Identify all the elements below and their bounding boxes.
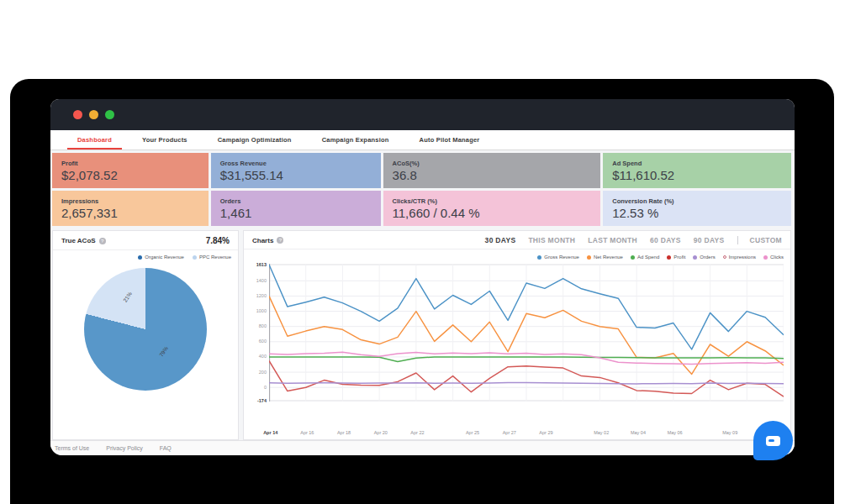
x-tick-label: Apr 16: [300, 430, 314, 435]
maximize-button[interactable]: [105, 110, 114, 119]
legend-item-profit[interactable]: Profit: [667, 255, 685, 260]
acos-pie-chart: 21% 79%: [84, 268, 207, 391]
pie-graphic[interactable]: [84, 268, 207, 391]
organic-revenue-dot-icon: [138, 255, 142, 260]
kpi-card-orders: Orders1,461: [211, 191, 381, 226]
app-window: DashboardYour ProductsCampaign Optimizat…: [50, 99, 795, 455]
ad-spend-dot-icon: [631, 255, 635, 260]
kpi-card-profit: Profit$2,078.52: [52, 153, 209, 188]
window-titlebar: [50, 99, 795, 130]
x-tick-label: May 02: [594, 430, 609, 435]
tab-campaign-expansion[interactable]: Campaign Expansion: [307, 130, 404, 150]
y-tick-label: 600: [259, 339, 267, 344]
true-acos-title: True ACoS: [61, 237, 96, 244]
help-icon[interactable]: ?: [99, 238, 106, 244]
profit-dot-icon: [667, 255, 671, 260]
true-acos-header: True ACoS ? 7.84%: [53, 231, 238, 250]
legend-label: Gross Revenue: [544, 255, 579, 260]
x-tick-label: May 09: [722, 430, 737, 435]
line-chart-svg: [269, 262, 784, 403]
kpi-value: $31,555.14: [220, 168, 372, 182]
x-tick-label: Apr 14: [263, 430, 277, 435]
help-icon[interactable]: ?: [277, 237, 283, 244]
kpi-value: 36.8: [393, 168, 592, 182]
kpi-card-gross-revenue: Gross Revenue$31,555.14: [211, 153, 381, 188]
kpi-card-grid: Profit$2,078.52Gross Revenue$31,555.14AC…: [52, 153, 791, 226]
net-revenue-dot-icon: [587, 255, 591, 260]
footer-link-faq[interactable]: FAQ: [160, 445, 172, 451]
close-button[interactable]: [73, 110, 82, 119]
x-tick-label: Apr 18: [337, 430, 351, 435]
footer-link-terms-of-use[interactable]: Terms of Use: [55, 445, 89, 451]
gross-revenue-dot-icon: [537, 255, 541, 260]
legend-label: PPC Revenue: [199, 255, 231, 260]
kpi-value: 1,461: [220, 206, 372, 220]
chat-bubble-icon: [766, 436, 780, 446]
legend-item-gross-revenue[interactable]: Gross Revenue: [537, 255, 579, 260]
range-custom[interactable]: CUSTOM: [737, 236, 782, 244]
tab-auto-pilot-manager[interactable]: Auto Pilot Manager: [404, 130, 495, 150]
line-chart-legend: Gross RevenueNet RevenueAd SpendProfitOr…: [247, 252, 784, 262]
pie-legend: Organic RevenuePPC Revenue: [53, 250, 238, 261]
x-tick-label: Apr 20: [374, 430, 388, 435]
line-chart-plot[interactable]: [269, 262, 784, 428]
range-60-days[interactable]: 60 DAYS: [650, 236, 681, 244]
charts-header: Charts ? 30 DAYSTHIS MONTHLAST MONTH60 D…: [244, 231, 790, 249]
x-axis: Apr 14Apr 16Apr 18Apr 20Apr 22Apr 25Apr …: [269, 428, 784, 439]
kpi-card-conversion-rate: Conversion Rate (%)12.53 %: [603, 191, 791, 226]
x-tick-label: Apr 22: [410, 430, 424, 435]
ppc-revenue-dot-icon: [193, 255, 197, 260]
x-tick-label: Apr 25: [466, 430, 479, 435]
kpi-label: Orders: [220, 197, 372, 205]
legend-label: Impressions: [729, 255, 756, 260]
charts-title: Charts: [252, 237, 273, 244]
kpi-value: 12.53 %: [612, 206, 782, 220]
chat-launcher-button[interactable]: [753, 421, 793, 460]
kpi-card-impressions: Impressions2,657,331: [52, 191, 209, 226]
tab-dashboard[interactable]: Dashboard: [62, 130, 127, 150]
kpi-card-acos: ACoS(%)36.8: [383, 153, 601, 188]
charts-panel: Charts ? 30 DAYSTHIS MONTHLAST MONTH60 D…: [243, 230, 791, 440]
legend-item-ppc-revenue[interactable]: PPC Revenue: [193, 255, 231, 260]
legend-item-clicks[interactable]: Clicks: [763, 255, 784, 260]
kpi-value: $2,078.52: [61, 168, 199, 182]
range-90-days[interactable]: 90 DAYS: [694, 236, 725, 244]
legend-item-ad-spend[interactable]: Ad Spend: [631, 255, 659, 260]
minimize-button[interactable]: [89, 110, 98, 119]
y-tick-label: 1613: [256, 262, 267, 267]
x-tick-label: Apr 29: [539, 430, 552, 435]
legend-item-organic-revenue[interactable]: Organic Revenue: [138, 255, 184, 260]
y-tick-label: 1200: [256, 293, 267, 298]
y-tick-label: -174: [257, 398, 267, 403]
line-chart-zone: Gross RevenueNet RevenueAd SpendProfitOr…: [244, 249, 790, 439]
legend-item-orders[interactable]: Orders: [693, 255, 715, 260]
nav-tab-bar: DashboardYour ProductsCampaign Optimizat…: [50, 130, 795, 150]
impressions-dot-icon: [723, 255, 726, 259]
window-footer: Terms of UsePrivacy PolicyFAQ: [50, 440, 795, 455]
tab-campaign-optimization[interactable]: Campaign Optimization: [203, 130, 307, 150]
range-last-month[interactable]: LAST MONTH: [588, 236, 637, 244]
true-acos-panel: True ACoS ? 7.84% Organic RevenuePPC Rev…: [52, 230, 239, 440]
range-this-month[interactable]: THIS MONTH: [528, 236, 575, 244]
date-range-tabs: 30 DAYSTHIS MONTHLAST MONTH60 DAYS90 DAY…: [485, 236, 782, 244]
range-30-days[interactable]: 30 DAYS: [485, 236, 516, 244]
kpi-card-ad-spend: Ad Spend$11,610.52: [603, 153, 791, 188]
legend-item-impressions[interactable]: Impressions: [723, 255, 756, 260]
tab-your-products[interactable]: Your Products: [127, 130, 203, 150]
kpi-label: Clicks/CTR (%): [393, 197, 592, 205]
true-acos-value: 7.84%: [206, 236, 230, 245]
legend-label: Net Revenue: [594, 255, 623, 260]
legend-label: Organic Revenue: [145, 255, 184, 260]
kpi-label: Impressions: [61, 197, 199, 205]
y-tick-label: 400: [259, 354, 267, 359]
legend-label: Orders: [700, 255, 715, 260]
kpi-card-clicks-ctr: Clicks/CTR (%)11,660 / 0.44 %: [383, 191, 601, 226]
y-tick-label: 800: [259, 323, 267, 328]
x-tick-label: May 04: [631, 430, 646, 435]
y-tick-label: 0: [264, 385, 267, 390]
footer-link-privacy-policy[interactable]: Privacy Policy: [106, 445, 143, 451]
legend-label: Profit: [673, 255, 685, 260]
legend-item-net-revenue[interactable]: Net Revenue: [587, 255, 623, 260]
x-tick-label: May 06: [668, 430, 683, 435]
line-chart-body: 16131400120010008006004002000-174: [247, 262, 784, 428]
